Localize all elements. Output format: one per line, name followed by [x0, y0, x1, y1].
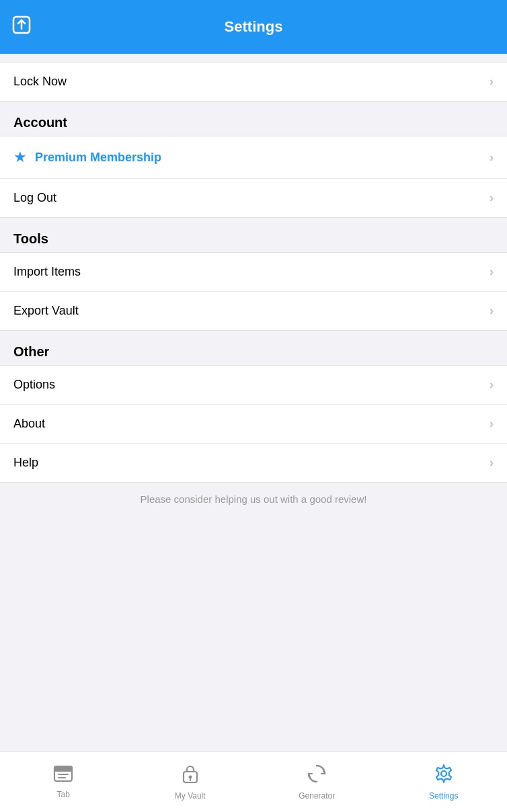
- page-title: Settings: [11, 18, 496, 36]
- about-label: About: [13, 417, 45, 431]
- premium-membership-item[interactable]: ★ Premium Membership ›: [0, 136, 507, 179]
- tab-nav[interactable]: Tab: [0, 752, 127, 812]
- lock-now-section: Lock Now ›: [0, 62, 507, 102]
- tab-nav-label: Tab: [57, 790, 70, 799]
- chevron-icon: ›: [490, 75, 494, 89]
- chevron-icon: ›: [490, 417, 494, 431]
- about-item[interactable]: About ›: [0, 405, 507, 444]
- bottom-navigation: Tab My Vault Generator: [0, 752, 507, 812]
- chevron-icon: ›: [490, 265, 494, 279]
- generator-nav[interactable]: Generator: [254, 752, 381, 812]
- other-section: Options › About › Help ›: [0, 365, 507, 483]
- import-items-item[interactable]: Import Items ›: [0, 253, 507, 292]
- log-out-label: Log Out: [13, 191, 56, 205]
- review-text: Please consider helping us out with a go…: [0, 483, 507, 516]
- premium-membership-label: Premium Membership: [35, 151, 161, 165]
- settings-nav[interactable]: Settings: [381, 752, 508, 812]
- help-item[interactable]: Help ›: [0, 444, 507, 482]
- upload-icon: [11, 14, 32, 40]
- tools-section-header: Tools: [0, 218, 507, 252]
- settings-content: Lock Now › Account ★ Premium Membership …: [0, 54, 507, 752]
- chevron-icon: ›: [490, 378, 494, 392]
- chevron-icon: ›: [490, 191, 494, 205]
- export-vault-label: Export Vault: [13, 304, 79, 318]
- chevron-icon: ›: [490, 304, 494, 318]
- settings-icon: [434, 764, 454, 788]
- svg-rect-3: [54, 766, 72, 771]
- options-label: Options: [13, 378, 55, 392]
- vault-icon: [182, 764, 199, 788]
- settings-nav-label: Settings: [429, 791, 458, 801]
- star-icon: ★: [13, 149, 27, 166]
- my-vault-nav[interactable]: My Vault: [127, 752, 254, 812]
- app-header: Settings: [0, 0, 507, 54]
- chevron-icon: ›: [490, 151, 494, 165]
- options-item[interactable]: Options ›: [0, 366, 507, 405]
- account-section-header: Account: [0, 102, 507, 136]
- log-out-item[interactable]: Log Out ›: [0, 179, 507, 217]
- other-section-header: Other: [0, 331, 507, 365]
- import-items-label: Import Items: [13, 265, 81, 279]
- generator-nav-label: Generator: [299, 791, 335, 801]
- generator-icon: [307, 764, 327, 788]
- tools-section: Import Items › Export Vault ›: [0, 252, 507, 331]
- account-section: ★ Premium Membership › Log Out ›: [0, 136, 507, 218]
- export-vault-item[interactable]: Export Vault ›: [0, 292, 507, 330]
- help-label: Help: [13, 456, 38, 470]
- my-vault-nav-label: My Vault: [175, 791, 206, 801]
- lock-now-item[interactable]: Lock Now ›: [0, 63, 507, 101]
- tab-icon: [53, 765, 73, 787]
- lock-now-label: Lock Now: [13, 75, 67, 89]
- chevron-icon: ›: [490, 456, 494, 470]
- svg-point-9: [441, 771, 446, 776]
